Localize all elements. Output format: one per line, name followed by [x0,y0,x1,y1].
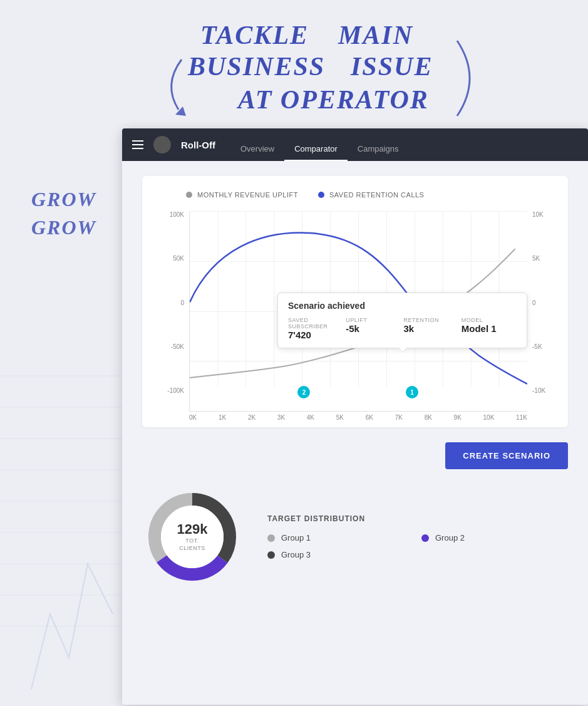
tab-campaigns[interactable]: Campaigns [348,144,409,161]
svg-text:TACKLE: TACKLE [200,21,309,49]
tooltip-arrow-inner [399,348,406,352]
svg-text:BUSINESS: BUSINESS [187,52,325,81]
legend-item-retention: SAVED RETENTION CALLS [318,191,425,199]
grow-text: GROW GROW [31,188,96,239]
app-title: Roll-Off [181,140,215,150]
tooltip-col-0: SAVED SUBSCRIBER 7'420 [288,317,343,340]
nav-tabs: Overview Comparator Campaigns [230,128,409,161]
donut-chart: 129k TOT.CLIENTS [142,487,242,587]
y-axis-right: 10K 5K 0 -5K -10K [527,211,555,412]
navbar: Roll-Off Overview Comparator Campaigns [122,128,588,161]
donut-value: 129k [177,521,208,537]
app-panel: Roll-Off Overview Comparator Campaigns M… [122,128,588,705]
marker-badge-2: 2 [297,386,310,398]
tooltip-col-2: RETENTION 3k [404,317,459,340]
chart-plot: Scenario achieved SAVED SUBSCRIBER 7'420… [189,211,527,412]
chart-legend: MONTHLY REVENUE UPLIFT SAVED RETENTION C… [155,191,555,199]
distribution-title: TARGET DISTRIBUTION [267,514,568,523]
distribution-info: TARGET DISTRIBUTION Group 1 Group 2 Grou… [267,514,568,559]
donut-label: TOT.CLIENTS [177,537,208,552]
legend-item-revenue: MONTHLY REVENUE UPLIFT [186,191,298,199]
group-item-1: Group 1 [267,533,414,542]
y-axis-left: 100K 50K 0 -50K -100K [155,211,189,412]
group-label-2: Group 2 [435,533,465,542]
tooltip-title: Scenario achieved [288,301,517,311]
tooltip-col-1: UPLIFT -5k [346,317,401,340]
chart-area: 100K 50K 0 -50K -100K [155,211,555,412]
app-logo [153,136,171,153]
groups-grid: Group 1 Group 2 Group 3 [267,533,568,559]
group-label-3: Group 3 [281,550,311,559]
chart-container: MONTHLY REVENUE UPLIFT SAVED RETENTION C… [142,176,568,427]
hamburger-menu[interactable] [132,140,143,149]
group-item-3: Group 3 [267,550,414,559]
group-label-1: Group 1 [281,533,311,542]
handwriting-area: TACKLE MAIN BUSINESS ISSUE AT OPERATOR [125,9,501,128]
chart-tooltip: Scenario achieved SAVED SUBSCRIBER 7'420… [277,293,527,348]
tab-comparator[interactable]: Comparator [284,144,348,161]
group-dot-2 [421,534,429,542]
distribution-section: 129k TOT.CLIENTS TARGET DISTRIBUTION Gro… [142,487,568,587]
tooltip-grid: SAVED SUBSCRIBER 7'420 UPLIFT -5k RETENT… [288,317,517,340]
tooltip-col-3: MODEL Model 1 [462,317,517,340]
group-dot-3 [267,551,275,559]
donut-center: 129k TOT.CLIENTS [177,521,208,552]
svg-text:AT OPERATOR: AT OPERATOR [236,85,429,114]
main-content: MONTHLY REVENUE UPLIFT SAVED RETENTION C… [122,161,588,602]
background-chart [0,0,125,706]
group-dot-1 [267,534,275,542]
svg-text:ISSUE: ISSUE [350,52,433,81]
tab-overview[interactable]: Overview [230,144,284,161]
legend-dot-retention [318,192,324,198]
svg-text:MAIN: MAIN [338,21,413,49]
legend-dot-revenue [186,192,192,198]
group-item-2: Group 2 [421,533,568,542]
marker-badge-1: 1 [406,386,418,398]
x-axis: 0K 1K 2K 3K 4K 5K 6K 7K 8K 9K 10K 11K [155,414,555,421]
create-scenario-button[interactable]: CREATE SCENARIO [445,442,568,469]
